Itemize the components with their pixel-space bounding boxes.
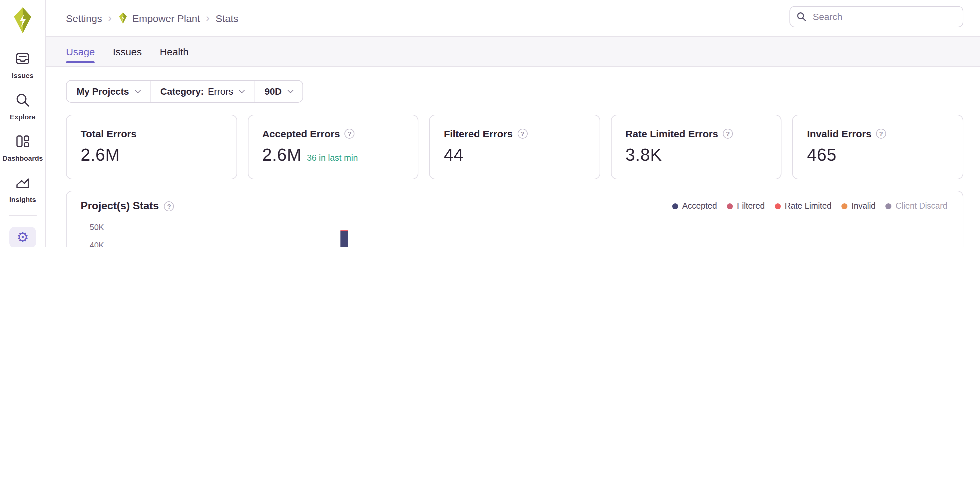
category-label: Category: — [160, 86, 204, 97]
sidebar-item-explore[interactable]: Explore — [10, 90, 36, 121]
legend-rate-limited[interactable]: Rate Limited — [775, 201, 831, 211]
issues-icon — [10, 49, 36, 69]
stat-card-filtered-errors: Filtered Errors ? 44 — [429, 115, 600, 179]
help-icon[interactable]: ? — [723, 129, 733, 139]
legend-label: Filtered — [737, 201, 764, 211]
dashboards-icon — [10, 131, 36, 151]
stat-card-value: 2.6M — [262, 145, 301, 165]
stat-card-value: 465 — [807, 145, 837, 165]
stat-card-subtext: 36 in last min — [307, 153, 358, 163]
filter-bar: My Projects Category: Errors 90D — [66, 80, 303, 103]
stat-card-value: 3.8K — [625, 145, 662, 165]
y-axis-label: 40K — [73, 241, 104, 247]
legend-accepted[interactable]: Accepted — [672, 201, 717, 211]
sidebar-item-label: Insights — [10, 195, 36, 203]
chart-header: Project(s) Stats ? Accepted Filtered Rat… — [81, 200, 947, 212]
stat-card-title: Rate Limited Errors — [625, 128, 718, 139]
legend-label: Rate Limited — [785, 201, 831, 211]
org-logo-icon[interactable] — [11, 7, 34, 34]
explore-icon — [10, 90, 36, 110]
global-search-input[interactable] — [811, 11, 956, 23]
insights-icon — [10, 173, 36, 193]
breadcrumb-settings[interactable]: Settings — [66, 12, 102, 24]
sidebar-item-settings[interactable]: ⚙ Settings — [9, 227, 37, 247]
legend-label: Client Discard — [896, 201, 947, 211]
stat-card-rate-limited-errors: Rate Limited Errors ? 3.8K — [611, 115, 782, 179]
y-axis-label: 50K — [73, 223, 104, 232]
tab-usage[interactable]: Usage — [66, 37, 95, 66]
chart-bars — [112, 228, 943, 247]
breadcrumb-separator-icon: › — [108, 12, 111, 24]
stat-card-value: 2.6M — [81, 145, 120, 165]
sidebar-item-dashboards[interactable]: Dashboards — [2, 131, 43, 162]
org-gem-icon — [118, 12, 127, 24]
chart-title: Project(s) Stats — [81, 200, 159, 212]
projects-stats-panel: Project(s) Stats ? Accepted Filtered Rat… — [66, 191, 963, 247]
help-icon[interactable]: ? — [345, 129, 355, 139]
sidebar-item-insights[interactable]: Insights — [10, 173, 36, 203]
period-value: 90D — [264, 86, 282, 97]
period-selector[interactable]: 90D — [255, 81, 302, 102]
search-icon — [797, 12, 806, 21]
chart-bar — [341, 230, 348, 247]
stat-cards: Total Errors 2.6M Accepted Errors ? 2.6M… — [66, 115, 963, 179]
stat-card-title: Invalid Errors — [807, 128, 872, 139]
legend-client-discard[interactable]: Client Discard — [885, 201, 947, 211]
legend-filtered[interactable]: Filtered — [727, 201, 764, 211]
help-icon[interactable]: ? — [517, 129, 527, 139]
stat-card-accepted-errors: Accepted Errors ? 2.6M 36 in last min — [248, 115, 418, 179]
chart-plot: 0 10K 20K 30K 40K 50K Mar 1Mar 10Mar 19M… — [112, 228, 943, 247]
legend-dot — [672, 203, 678, 209]
project-selector-label: My Projects — [76, 86, 129, 97]
breadcrumb-stats[interactable]: Stats — [216, 12, 238, 24]
sidebar: Issues Explore Dashboards Insights — [0, 0, 46, 247]
breadcrumb-separator-icon: › — [206, 12, 210, 24]
gridline — [112, 227, 943, 227]
legend-dot — [842, 203, 848, 209]
legend-label: Accepted — [682, 201, 717, 211]
app-root: Issues Explore Dashboards Insights — [0, 0, 980, 247]
chevron-down-icon — [239, 88, 245, 93]
help-icon[interactable]: ? — [164, 201, 174, 211]
chart-legend: Accepted Filtered Rate Limited Invalid C… — [672, 201, 947, 211]
global-search — [789, 6, 963, 27]
chevron-down-icon — [288, 88, 293, 93]
tab-bar: Usage Issues Health — [46, 36, 980, 67]
project-selector[interactable]: My Projects — [67, 81, 150, 102]
stat-card-title: Total Errors — [81, 128, 137, 139]
content: My Projects Category: Errors 90D Total E… — [46, 67, 980, 247]
chevron-down-icon — [135, 88, 141, 93]
sidebar-item-label: Issues — [12, 71, 33, 79]
tab-issues[interactable]: Issues — [113, 37, 142, 66]
stat-card-total-errors: Total Errors 2.6M — [66, 115, 237, 179]
gear-icon: ⚙ — [10, 227, 36, 247]
breadcrumb-organization[interactable]: Empower Plant — [118, 12, 200, 24]
stat-card-invalid-errors: Invalid Errors ? 465 — [792, 115, 963, 179]
legend-label: Invalid — [851, 201, 875, 211]
topbar: Settings › Empower Plant › Stats — [46, 0, 980, 36]
sidebar-divider — [9, 215, 37, 216]
breadcrumb: Settings › Empower Plant › Stats — [66, 0, 239, 36]
help-icon[interactable]: ? — [876, 129, 886, 139]
legend-dot — [775, 203, 781, 209]
tab-health[interactable]: Health — [159, 37, 189, 66]
stat-card-value: 44 — [444, 145, 463, 165]
category-value: Errors — [208, 86, 233, 97]
stat-card-title: Accepted Errors — [262, 128, 340, 139]
sidebar-nav: Issues Explore Dashboards Insights — [2, 49, 43, 247]
category-selector[interactable]: Category: Errors — [150, 81, 255, 102]
sidebar-item-label: Dashboards — [2, 154, 43, 162]
stat-card-title: Filtered Errors — [444, 128, 513, 139]
legend-invalid[interactable]: Invalid — [842, 201, 875, 211]
legend-dot — [727, 203, 733, 209]
sidebar-item-issues[interactable]: Issues — [10, 49, 36, 79]
breadcrumb-org-label: Empower Plant — [132, 12, 200, 24]
sidebar-item-label: Explore — [10, 113, 35, 121]
main-area: Settings › Empower Plant › Stats — [46, 0, 980, 247]
legend-dot — [885, 203, 891, 209]
